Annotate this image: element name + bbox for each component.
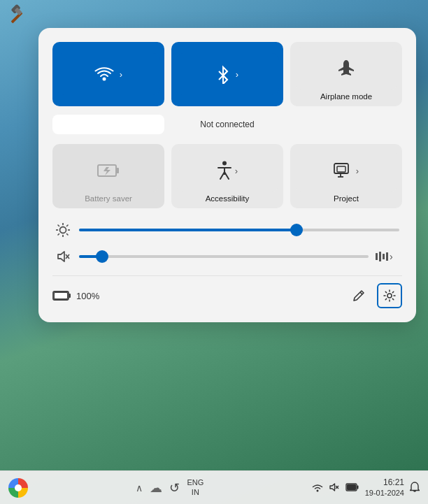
svg-point-9: [222, 161, 227, 166]
accessibility-chevron: ›: [235, 166, 238, 176]
project-label: Project: [334, 194, 359, 203]
bluetooth-tile[interactable]: ›: [171, 42, 283, 106]
svg-rect-30: [379, 252, 381, 261]
brightness-slider[interactable]: [79, 223, 399, 237]
battery-icon: [52, 289, 72, 302]
svg-line-23: [58, 225, 59, 226]
airplane-tile[interactable]: Airplane mode: [290, 42, 402, 106]
svg-rect-29: [376, 253, 378, 260]
settings-button[interactable]: [377, 283, 402, 308]
not-connected-label: Not connected: [171, 115, 283, 134]
volume-mute-icon: [55, 249, 72, 264]
cloud-icon[interactable]: ☁: [150, 480, 162, 496]
accessibility-tile-inner: ›: [176, 150, 279, 192]
quick-settings-panel: › ›: [38, 28, 416, 322]
svg-rect-43: [347, 484, 356, 490]
battery-saver-icon: [97, 162, 120, 179]
project-icon: [334, 163, 353, 178]
brightness-track: [79, 229, 399, 231]
brightness-fill: [79, 229, 297, 231]
taskbar-left: [8, 478, 28, 498]
svg-rect-44: [357, 486, 359, 489]
svg-point-3: [102, 78, 106, 81]
edit-button[interactable]: [346, 283, 371, 308]
battery-info: 100%: [52, 289, 99, 302]
accessibility-tile[interactable]: › Accessibility: [171, 144, 283, 208]
svg-point-38: [387, 294, 392, 298]
svg-line-26: [58, 233, 59, 235]
svg-rect-35: [69, 294, 71, 298]
accessibility-icon: [217, 161, 232, 180]
wifi-tile[interactable]: ›: [52, 42, 164, 106]
svg-rect-31: [383, 254, 385, 259]
sliders-section: ›: [52, 222, 402, 264]
wifi-tile-inner: ›: [57, 53, 160, 95]
brightness-icon: [55, 222, 72, 238]
accessibility-label: Accessibility: [206, 194, 250, 203]
taskbar-volume-icon[interactable]: [329, 482, 340, 492]
wifi-chevron: ›: [120, 69, 122, 80]
time-display[interactable]: 16:21 19-01-2024: [365, 477, 404, 498]
svg-line-12: [220, 172, 224, 179]
volume-track: [79, 255, 369, 258]
brightness-thumb[interactable]: [290, 224, 303, 236]
wifi-icon: [94, 66, 114, 82]
project-tile[interactable]: › Project: [290, 144, 402, 208]
bluetooth-icon: [216, 64, 230, 84]
svg-line-37: [360, 292, 362, 294]
chevron-up-icon[interactable]: ∧: [136, 482, 143, 494]
wifi-label-box: [52, 115, 164, 134]
project-chevron: ›: [356, 166, 359, 176]
svg-line-25: [66, 225, 68, 226]
tiles-row-2: Battery saver › Accessibility: [52, 144, 402, 208]
bottom-actions: [346, 283, 402, 308]
volume-thumb[interactable]: [96, 250, 108, 263]
volume-right-controls[interactable]: ›: [376, 251, 399, 262]
clock-time: 16:21: [365, 477, 404, 489]
taskbar-wifi-icon[interactable]: [312, 482, 323, 492]
taskbar-right: 16:21 19-01-2024: [312, 477, 420, 498]
language-indicator[interactable]: ENG IN: [187, 478, 204, 496]
tiles-row-1: › ›: [52, 42, 402, 106]
tile-labels-row: Not connected: [52, 115, 402, 134]
svg-rect-8: [116, 168, 119, 173]
sync-icon[interactable]: ↺: [169, 480, 180, 496]
hammer-icon: [0, 0, 35, 28]
svg-point-39: [316, 490, 318, 492]
volume-slider-row: ›: [55, 249, 399, 264]
chrome-icon[interactable]: [8, 478, 28, 498]
battery-saver-tile-inner: [57, 150, 160, 192]
taskbar-battery-icon[interactable]: [345, 482, 359, 492]
brightness-slider-row: [55, 222, 399, 238]
clock-date: 19-01-2024: [365, 488, 404, 498]
bluetooth-tile-inner: ›: [176, 53, 279, 95]
bluetooth-chevron: ›: [236, 69, 238, 80]
project-tile-inner: ›: [294, 150, 398, 192]
svg-point-18: [60, 227, 66, 233]
svg-rect-15: [337, 166, 345, 172]
volume-right-chevron: ›: [390, 251, 393, 262]
notification-icon[interactable]: [410, 482, 420, 493]
svg-rect-32: [386, 252, 388, 261]
bottom-bar: 100%: [52, 275, 402, 308]
svg-line-24: [66, 233, 68, 235]
airplane-icon: [336, 59, 356, 78]
battery-saver-label: Battery saver: [85, 194, 132, 203]
volume-slider[interactable]: [79, 250, 369, 264]
taskbar: ∧ ☁ ↺ ENG IN 16:21 19-01-2024: [0, 470, 428, 504]
airplane-label: Airplane mode: [320, 92, 372, 101]
battery-saver-tile[interactable]: Battery saver: [52, 144, 164, 208]
battery-percent: 100%: [76, 291, 99, 301]
svg-line-13: [224, 172, 229, 179]
airplane-tile-inner: [294, 48, 398, 89]
svg-rect-36: [55, 293, 67, 298]
chrome-inner: [15, 484, 22, 491]
taskbar-center: ∧ ☁ ↺ ENG IN: [136, 478, 204, 496]
